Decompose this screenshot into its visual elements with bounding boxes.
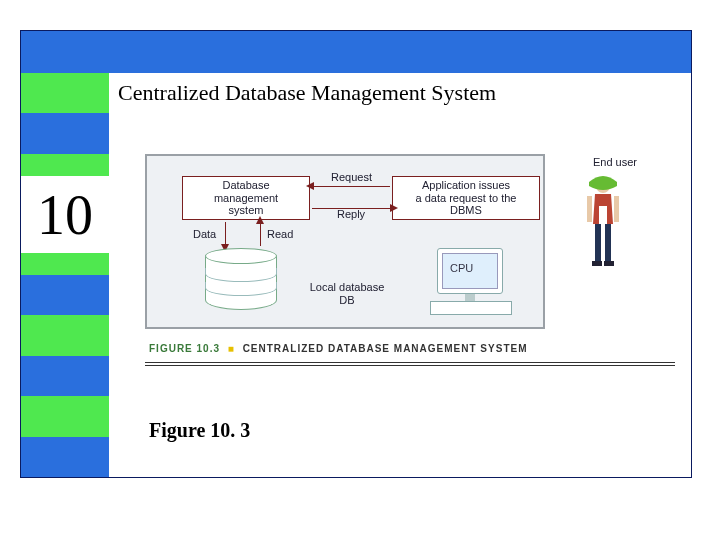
top-bar [21, 31, 691, 73]
label-cpu: CPU [450, 262, 473, 274]
box-dbms-label: Databasemanagementsystem [214, 179, 278, 217]
label-local-db: Local databaseDB [297, 281, 397, 306]
stripe [21, 275, 109, 315]
label-data: Data [193, 228, 216, 240]
box-application: Application issuesa data request to theD… [392, 176, 540, 220]
slide-title: Centralized Database Management System [118, 80, 496, 106]
figcap-number: FIGURE 10.3 [149, 343, 220, 354]
arrowhead-icon [306, 182, 314, 190]
person-icon [583, 176, 623, 271]
chapter-number: 10 [21, 176, 109, 253]
stripe [21, 396, 109, 436]
svg-rect-1 [595, 224, 601, 262]
database-icon [205, 248, 277, 310]
diagram-frame: Databasemanagementsystem Application iss… [145, 154, 545, 329]
figcap-title: CENTRALIZED DATABASE MANAGEMENT SYSTEM [243, 343, 528, 354]
stripe [21, 113, 109, 153]
slide-frame: 10 Centralized Database Management Syste… [20, 30, 692, 478]
stripe [21, 356, 109, 396]
svg-rect-3 [592, 261, 602, 266]
label-end-user: End user [570, 156, 660, 168]
arrow-read [260, 222, 261, 246]
label-read: Read [267, 228, 293, 240]
stripe [21, 73, 109, 113]
stripe [21, 315, 109, 355]
left-stripe-column [21, 73, 109, 477]
svg-rect-6 [614, 196, 619, 222]
figure-area: Databasemanagementsystem Application iss… [125, 146, 685, 381]
svg-rect-4 [604, 261, 614, 266]
svg-rect-5 [587, 196, 592, 222]
svg-rect-2 [605, 224, 611, 262]
figcap-rule [145, 362, 675, 366]
arrow-data [225, 222, 226, 246]
label-reply: Reply [337, 208, 365, 220]
box-dbms: Databasemanagementsystem [182, 176, 310, 220]
box-app-label: Application issuesa data request to theD… [416, 179, 517, 217]
slide-caption: Figure 10. 3 [149, 419, 250, 442]
cpu-computer-icon: CPU [427, 248, 517, 320]
arrow-request [312, 186, 390, 187]
square-bullet-icon: ■ [228, 343, 235, 354]
stripe [21, 437, 109, 477]
label-request: Request [331, 171, 372, 183]
arrowhead-icon [390, 204, 398, 212]
embedded-figure-caption: FIGURE 10.3 ■ CENTRALIZED DATABASE MANAG… [149, 343, 528, 354]
arrowhead-icon [256, 216, 264, 224]
